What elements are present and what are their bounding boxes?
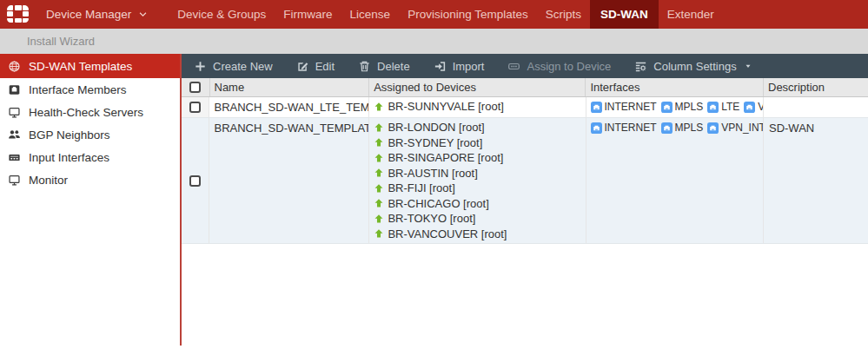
- nav-tab-license[interactable]: License: [341, 0, 400, 29]
- table-row[interactable]: BRANCH_SD-WAN_LTE_TEMPLATE BR-SUNNYVALE …: [182, 97, 868, 118]
- device-name: BR-TOKYO [root]: [388, 212, 475, 225]
- up-arrow-icon: [374, 168, 384, 178]
- assigned-device: BR-TOKYO [root]: [374, 211, 585, 227]
- device-manager-menu[interactable]: Device Manager: [38, 0, 156, 29]
- interface-port-icon: [8, 83, 21, 96]
- select-all-cell: [182, 78, 210, 96]
- interfaces-cell: INTERNET MPLS LTE VPN_INTERNET: [586, 97, 764, 117]
- interface-chip: VPN_INTERNET: [707, 122, 764, 134]
- column-settings-button[interactable]: Column Settings: [634, 60, 752, 73]
- monitor-icon: [8, 174, 21, 187]
- toolbar-button-label: Import: [453, 60, 485, 73]
- template-name: BRANCH_SD-WAN_LTE_TEMPLATE: [209, 97, 369, 117]
- top-nav: Device Manager Device & GroupsFirmwareLi…: [0, 0, 868, 29]
- device-name: BR-SYDNEY [root]: [388, 136, 482, 149]
- up-arrow-icon: [374, 183, 384, 194]
- up-arrow-icon: [374, 122, 384, 133]
- interface-name: VPN_INTERNET: [721, 122, 764, 134]
- sidebar-item-health-check-servers[interactable]: Health-Check Servers: [0, 101, 180, 123]
- device-name: BR-FIJI [root]: [388, 181, 454, 194]
- toolbar-button-label: Create New: [213, 60, 273, 73]
- row-checkbox[interactable]: [189, 102, 201, 113]
- sidebar-item-monitor[interactable]: Monitor: [0, 168, 180, 191]
- template-name: BRANCH_SD-WAN_TEMPLATE: [209, 118, 369, 243]
- plus-icon: [194, 60, 207, 73]
- nav-tab-firmware[interactable]: Firmware: [275, 0, 341, 29]
- column-header-interfaces[interactable]: Interfaces: [586, 78, 764, 96]
- assigned-device: BR-FIJI [root]: [374, 181, 585, 196]
- description-cell: [764, 97, 868, 117]
- interface-name: INTERNET: [605, 122, 657, 134]
- up-arrow-icon: [374, 214, 384, 224]
- interface-name: VPN_INTERNET: [758, 101, 764, 113]
- users-icon: [8, 128, 21, 142]
- row-checkbox[interactable]: [189, 175, 201, 187]
- assign-to-device-button[interactable]: Assign to Device: [507, 60, 611, 73]
- up-arrow-icon: [374, 137, 384, 148]
- sidebar: SD-WAN Templates Interface Members Healt…: [0, 54, 180, 349]
- ethernet-port-icon: [591, 102, 602, 113]
- globe-icon: [8, 60, 21, 73]
- sidebar-item-interface-members[interactable]: Interface Members: [0, 78, 180, 101]
- delete-button[interactable]: Delete: [358, 60, 410, 73]
- trash-icon: [358, 60, 371, 73]
- chevron-down-icon: [138, 10, 148, 19]
- device-name: BR-SUNNYVALE [root]: [388, 100, 503, 113]
- install-wizard-button[interactable]: Install Wizard: [27, 35, 95, 48]
- sidebar-item-sd-wan-templates[interactable]: SD-WAN Templates: [0, 54, 180, 78]
- ethernet-port-icon: [661, 122, 673, 134]
- sidebar-item-bgp-neighbors[interactable]: BGP Neighbors: [0, 123, 180, 146]
- nav-tab-provisioning-templates[interactable]: Provisioning Templates: [399, 0, 537, 29]
- interface-chip: VPN_INTERNET: [744, 101, 764, 113]
- interface-name: INTERNET: [605, 101, 657, 113]
- device-name: BR-LONDON [root]: [388, 121, 484, 134]
- fortinet-logo[interactable]: [0, 0, 38, 29]
- create-new-button[interactable]: Create New: [194, 60, 273, 73]
- interface-name: MPLS: [675, 122, 704, 134]
- interface-chip: INTERNET: [591, 101, 657, 113]
- column-header-name[interactable]: Name: [210, 78, 370, 96]
- up-arrow-icon: [374, 153, 384, 163]
- interface-chip: MPLS: [661, 101, 704, 113]
- nav-tab-extender[interactable]: Extender: [659, 0, 723, 29]
- ethernet-port-icon: [591, 122, 602, 134]
- toolbar-button-label: Edit: [315, 60, 335, 73]
- select-all-checkbox[interactable]: [189, 82, 201, 93]
- assigned-devices-cell: BR-LONDON [root] BR-SYDNEY [root] BR-SIN…: [369, 118, 586, 243]
- interface-chip: INTERNET: [591, 122, 657, 134]
- ethernet-port-icon: [707, 102, 719, 113]
- assigned-device: BR-SINGAPORE [root]: [374, 150, 585, 166]
- edit-button[interactable]: Edit: [296, 60, 335, 73]
- fortinet-grid-icon: [7, 5, 30, 23]
- column-header-assigned-to-devices[interactable]: Assigned to Devices: [369, 78, 586, 96]
- up-arrow-icon: [374, 102, 384, 112]
- caret-down-icon: [744, 62, 752, 70]
- assigned-device: BR-SUNNYVALE [root]: [374, 99, 585, 115]
- assigned-device: BR-LONDON [root]: [374, 120, 585, 135]
- assigned-device: BR-AUSTIN [root]: [374, 166, 585, 181]
- up-arrow-icon: [374, 228, 384, 239]
- assigned-device: BR-CHICAGO [root]: [374, 196, 585, 212]
- ethernet-port-icon: [744, 102, 755, 113]
- nav-tab-device-groups[interactable]: Device & Groups: [169, 0, 275, 29]
- nav-tab-scripts[interactable]: Scripts: [537, 0, 590, 29]
- toolbar-button-label: Column Settings: [653, 60, 736, 73]
- description-cell: SD-WAN: [764, 118, 868, 243]
- device-name: BR-CHICAGO [root]: [388, 197, 488, 210]
- ethernet-port-icon: [707, 122, 719, 134]
- table-row[interactable]: BRANCH_SD-WAN_TEMPLATE BR-LONDON [root] …: [182, 118, 868, 244]
- interface-name: MPLS: [675, 101, 704, 113]
- sidebar-item-input-interfaces[interactable]: Input Interfaces: [0, 146, 180, 168]
- assigned-devices-cell: BR-SUNNYVALE [root]: [369, 97, 586, 117]
- nav-tab-sd-wan[interactable]: SD-WAN: [590, 0, 659, 29]
- edit-icon: [296, 60, 309, 73]
- assigned-device: BR-SYDNEY [root]: [374, 135, 585, 151]
- assigned-device: BR-VANCOUVER [root]: [374, 227, 585, 242]
- secondary-bar: Install Wizard: [0, 29, 868, 54]
- main-content: Create New Edit Delete Import Assign to …: [182, 54, 868, 349]
- toolbar-button-label: Delete: [377, 60, 410, 73]
- ethernet-port-icon: [661, 102, 673, 113]
- import-button[interactable]: Import: [434, 60, 485, 73]
- column-header-description[interactable]: Description: [764, 78, 868, 96]
- row-checkbox-cell: [182, 118, 209, 243]
